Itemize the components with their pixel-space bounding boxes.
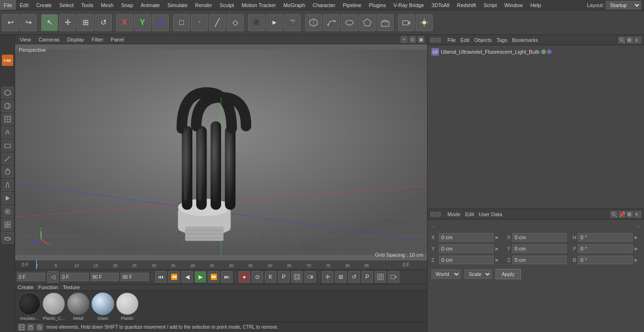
attr-search-btn[interactable] [611,211,617,218]
camera-button[interactable] [398,14,415,31]
attr-y-pos-field[interactable]: 0 cm [439,244,494,253]
cube-button[interactable] [305,14,322,31]
key-toggle-btn[interactable] [305,271,316,283]
end-frame-field[interactable]: 90 F [91,273,119,281]
material-plastic-clear[interactable]: Plastic_C... [42,292,65,321]
attr-h-field[interactable]: 0 ° [578,233,633,242]
step-fwd-btn[interactable]: ⏩ [208,271,219,283]
sidebar-paint-btn[interactable] [1,126,14,138]
camera-mode-tl-btn[interactable] [388,271,399,283]
menu-pipeline[interactable]: Pipeline [339,0,365,10]
status-icon-3[interactable] [36,324,43,331]
go-to-end-btn[interactable]: ⏭ [221,271,232,283]
deformer-button[interactable] [359,14,376,31]
redo-button[interactable]: ↪ [20,14,37,31]
environment-button[interactable] [377,14,394,31]
attr-x-pos2-field[interactable]: 0 cm [512,233,567,242]
status-icon-2[interactable] [27,324,34,331]
menu-vray[interactable]: V-Ray Bridge [390,0,428,10]
key-view-btn[interactable] [291,271,303,283]
step-back-btn[interactable]: ⏪ [168,271,180,283]
menu-edit[interactable]: Edit [16,0,33,10]
rotate-mode-tl-btn[interactable]: ↺ [348,271,360,283]
material-insulator[interactable]: Insulato... [18,292,41,321]
menu-help[interactable]: Help [527,0,545,10]
frame-step-down-btn[interactable]: ◁ [47,271,58,283]
attr-b-field[interactable]: 0 ° [578,256,633,264]
attr-menu-mode[interactable]: Mode [447,211,461,217]
menu-3dtoall[interactable]: 3DToAll [428,0,453,10]
menu-tools[interactable]: Tools [77,0,97,10]
light-button[interactable] [416,14,433,31]
timeline-markers-area[interactable]: 0 5 10 15 20 25 30 [36,260,385,269]
end-frame-field2[interactable]: 90 F [121,273,149,281]
rotate-tool-button[interactable]: ↺ [95,14,112,31]
attr-z-arrow[interactable]: ▶ [495,258,501,262]
sidebar-env-btn[interactable] [1,232,14,244]
menu-animate[interactable]: Animate [137,0,164,10]
current-frame-field[interactable]: 0 F [17,273,45,281]
nurbs-button[interactable] [341,14,358,31]
object-tree-item[interactable]: L0 Ubend_Ultraviolet_Fluorescent_Light_B… [429,47,553,57]
mat-function-menu[interactable]: Function [38,284,58,290]
sidebar-deform-btn[interactable] [1,166,14,178]
sidebar-measure-btn[interactable] [1,153,14,165]
go-to-start-btn[interactable]: ⏮ [155,271,166,283]
om-search-btn[interactable] [619,37,625,43]
scale-mode-tl-btn[interactable]: ⊞ [335,271,347,283]
sidebar-texture-btn[interactable] [1,100,14,112]
y-axis-button[interactable]: Y [134,14,151,31]
attr-y-arrow[interactable]: ▶ [495,246,501,251]
play-btn[interactable]: ▶ [195,271,206,283]
world-mode-tl-btn[interactable]: P [362,271,373,283]
move-mode-tl-btn[interactable]: ✛ [322,271,333,283]
menu-sculpt[interactable]: Sculpt [216,0,238,10]
menu-create[interactable]: Create [33,0,56,10]
attr-z-pos-field[interactable]: 0 cm [439,256,494,264]
viewport-menu-filter[interactable]: Filter [90,37,105,42]
menu-window[interactable]: Window [501,0,527,10]
om-menu-tags[interactable]: Tags [496,37,507,43]
sidebar-hair-btn[interactable] [1,179,14,191]
om-menu-bookmarks[interactable]: Bookmarks [512,37,538,43]
menu-file[interactable]: File [0,0,16,10]
attr-menu-edit[interactable]: Edit [465,211,474,217]
play-back-btn[interactable]: ◀ [182,271,193,283]
attr-pin-btn[interactable]: 📌 [619,211,625,218]
attr-h-arrow[interactable]: ▶ [635,235,640,240]
status-icon-1[interactable] [18,324,25,331]
viewport-render-btn[interactable]: ▣ [418,36,424,43]
menu-select[interactable]: Select [56,0,78,10]
attr-menu-userdata[interactable]: User Data [479,211,503,217]
scale-tool-button[interactable]: ⊞ [77,14,94,31]
key-all-btn[interactable]: K [265,271,276,283]
object-tree[interactable]: L0 Ubend_Ultraviolet_Fluorescent_Light_B… [428,45,644,209]
om-menu-file[interactable]: File [447,37,456,43]
attr-p-field[interactable]: 0 ° [578,244,633,253]
apply-button[interactable]: Apply [495,269,521,279]
render-view-button[interactable]: ▶ [266,14,283,31]
viewport-menu-view[interactable]: View [18,37,33,42]
spline-button[interactable] [323,14,340,31]
attr-b-arrow[interactable]: ▶ [635,258,640,262]
menu-motion-tracker[interactable]: Motion Tracker [238,0,280,10]
om-menu-objects[interactable]: Objects [474,37,492,43]
attr-options-btn[interactable]: ⚙ [627,211,633,218]
material-glass[interactable]: Glass [91,292,114,321]
menu-simulate[interactable]: Simulate [164,0,191,10]
layout-select[interactable]: Startup Standard [606,1,641,9]
start-frame-field[interactable]: 0 F [60,273,89,281]
menu-mograph[interactable]: MoGraph [280,0,309,10]
auto-key-btn[interactable]: ⊙ [252,271,263,283]
menu-character[interactable]: Character [309,0,339,10]
key-selection-btn[interactable]: P [278,271,289,283]
anim-mode-tl-btn[interactable] [375,271,386,283]
undo-button[interactable]: ↩ [2,14,19,31]
sidebar-model-btn[interactable] [1,87,14,99]
attr-p-arrow[interactable]: ▶ [635,246,640,251]
attr-x-arrow[interactable]: ▶ [495,235,501,240]
menu-snap[interactable]: Snap [117,0,137,10]
viewport-camera-btn[interactable]: ⊙ [409,36,416,43]
material-metal[interactable]: Metal [67,292,90,321]
scale-select[interactable]: Scale [464,269,492,279]
